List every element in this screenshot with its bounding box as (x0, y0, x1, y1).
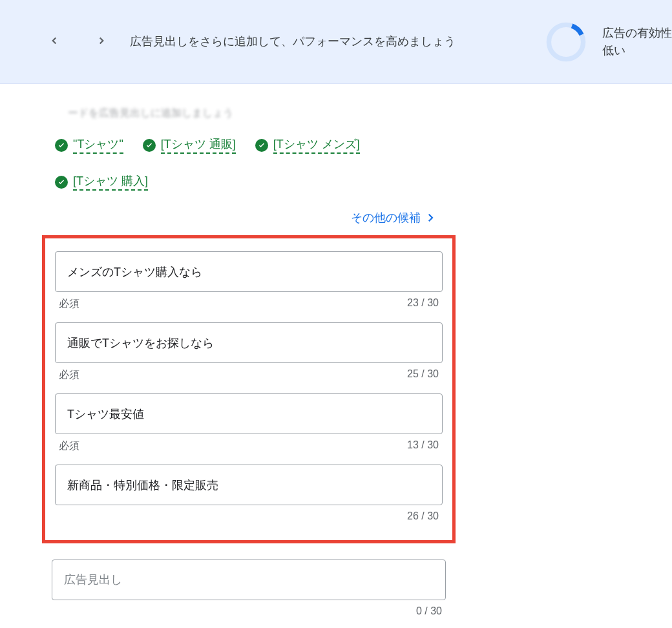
check-icon (55, 176, 68, 189)
headline-input[interactable] (55, 322, 443, 363)
char-count: 25 / 30 (407, 368, 439, 382)
input-meta: 必須 13 / 30 (55, 434, 443, 465)
extra-headline-section: 0 / 30 (32, 543, 465, 628)
char-count: 23 / 30 (407, 297, 439, 311)
svg-point-1 (546, 22, 586, 62)
ad-strength-label: 広告の有効性 (602, 26, 672, 39)
next-arrow-icon[interactable] (96, 35, 107, 49)
check-icon (255, 139, 268, 152)
highlighted-headlines: 必須 23 / 30 必須 25 / 30 必須 13 / 30 26 / 30 (42, 235, 456, 543)
ad-strength-donut-icon (546, 22, 586, 62)
char-count: 13 / 30 (407, 439, 439, 453)
input-meta: 0 / 30 (52, 600, 446, 628)
keyword-chip[interactable]: "Tシャツ" (55, 136, 123, 154)
ad-strength-level: 低い (602, 44, 625, 57)
keyword-chip[interactable]: [Tシャツ 購入] (55, 173, 148, 191)
keyword-chips: "Tシャツ" [Tシャツ 通販] [Tシャツ メンズ] [Tシャツ 購入] (32, 123, 465, 191)
input-meta: 必須 25 / 30 (55, 363, 443, 393)
char-count: 26 / 30 (407, 510, 439, 522)
required-label: 必須 (59, 297, 79, 311)
keyword-label: [Tシャツ 通販] (161, 136, 236, 154)
keyword-chip[interactable]: [Tシャツ 通販] (143, 136, 236, 154)
keyword-chip[interactable]: [Tシャツ メンズ] (255, 136, 360, 154)
required-label: 必須 (59, 439, 79, 453)
headline-input[interactable] (55, 251, 443, 292)
more-candidates: その他の候補 (32, 191, 465, 235)
keyword-label: [Tシャツ 購入] (73, 173, 148, 191)
banner-nav (48, 35, 107, 49)
keyword-label: "Tシャツ" (73, 136, 123, 154)
required-label: 必須 (59, 368, 79, 382)
check-icon (55, 139, 68, 152)
suggestion-banner: 広告見出しをさらに追加して、パフォーマンスを高めましょう 広告の有効性 低い (0, 0, 672, 84)
chevron-right-icon (425, 212, 436, 224)
input-meta: 必須 23 / 30 (55, 292, 443, 322)
headlines-panel: ードを広告見出しに追加しましょう "Tシャツ" [Tシャツ 通販] [Tシャツ … (32, 97, 465, 628)
headline-input-empty[interactable] (52, 560, 446, 600)
banner-message: 広告見出しをさらに追加して、パフォーマンスを高めましょう (130, 32, 456, 51)
ad-strength: 広告の有効性 低い (546, 22, 672, 62)
ad-strength-text: 広告の有効性 低い (602, 25, 672, 59)
more-candidates-link[interactable]: その他の候補 (351, 210, 436, 225)
hint-text: ードを広告見出しに追加しましょう (32, 97, 465, 123)
char-count: 0 / 30 (416, 605, 442, 617)
check-icon (143, 139, 156, 152)
headline-input[interactable] (55, 465, 443, 505)
main-area: ードを広告見出しに追加しましょう "Tシャツ" [Tシャツ 通販] [Tシャツ … (0, 84, 672, 628)
prev-arrow-icon[interactable] (48, 35, 60, 49)
headline-input[interactable] (55, 393, 443, 434)
keyword-label: [Tシャツ メンズ] (273, 136, 360, 154)
input-meta: 26 / 30 (55, 505, 443, 534)
more-candidates-label: その他の候補 (351, 210, 421, 225)
